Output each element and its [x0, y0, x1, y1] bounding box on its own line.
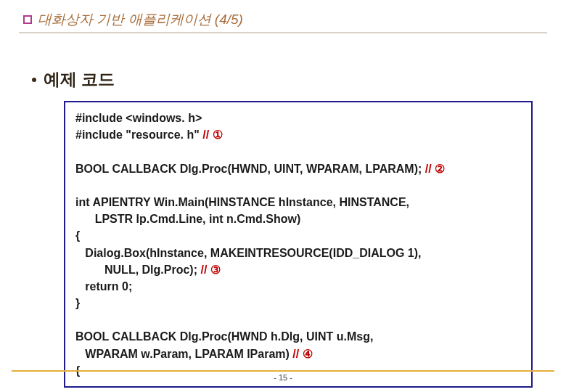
code-comment: // ④ — [292, 348, 312, 360]
code-line: { — [75, 227, 521, 244]
code-line: WPARAM w.Param, LPARAM lParam) // ④ — [75, 346, 521, 362]
square-bullet-icon — [23, 15, 32, 24]
title-underline — [19, 32, 547, 33]
code-line: return 0; — [75, 278, 521, 295]
code-line: LPSTR lp.Cmd.Line, int n.Cmd.Show) — [75, 211, 521, 227]
code-line — [75, 177, 521, 194]
code-text: BOOL CALLBACK Dlg.Proc(HWND, UINT, WPARA… — [75, 163, 425, 175]
slide-title: 대화상자 기반 애플리케이션 (4/5) — [38, 10, 243, 29]
code-text: NULL, Dlg.Proc); — [75, 264, 200, 276]
bullet-row: 예제 코드 — [32, 68, 547, 91]
code-line: } — [75, 295, 521, 311]
code-line: BOOL CALLBACK Dlg.Proc(HWND, UINT, WPARA… — [75, 160, 521, 177]
code-comment: // ① — [202, 128, 222, 141]
title-row: 대화상자 기반 애플리케이션 (4/5) — [23, 10, 547, 29]
code-line: Dialog.Box(hInstance, MAKEINTRESOURCE(ID… — [75, 245, 521, 261]
code-line — [75, 143, 521, 160]
code-line: #include "resource. h" // ① — [75, 126, 521, 143]
footer: - 15 - — [0, 370, 566, 382]
code-text: WPARAM w.Param, LPARAM lParam) — [75, 348, 292, 360]
section-heading: 예제 코드 — [44, 68, 115, 91]
code-line: int APIENTRY Win.Main(HINSTANCE hInstanc… — [75, 194, 521, 211]
slide: 대화상자 기반 애플리케이션 (4/5) 예제 코드 #include <win… — [0, 0, 566, 392]
code-line: #include <windows. h> — [75, 110, 521, 126]
code-box: #include <windows. h> #include "resource… — [64, 101, 533, 388]
code-comment: // ② — [425, 163, 445, 175]
dot-bullet-icon — [32, 78, 36, 82]
code-comment: // ③ — [200, 264, 220, 276]
code-text: #include "resource. h" — [75, 128, 202, 141]
footer-divider — [12, 370, 554, 372]
page-number: - 15 - — [0, 373, 566, 382]
code-line: NULL, Dlg.Proc); // ③ — [75, 261, 521, 278]
code-line: BOOL CALLBACK Dlg.Proc(HWND h.Dlg, UINT … — [75, 328, 521, 345]
code-line — [75, 311, 521, 328]
